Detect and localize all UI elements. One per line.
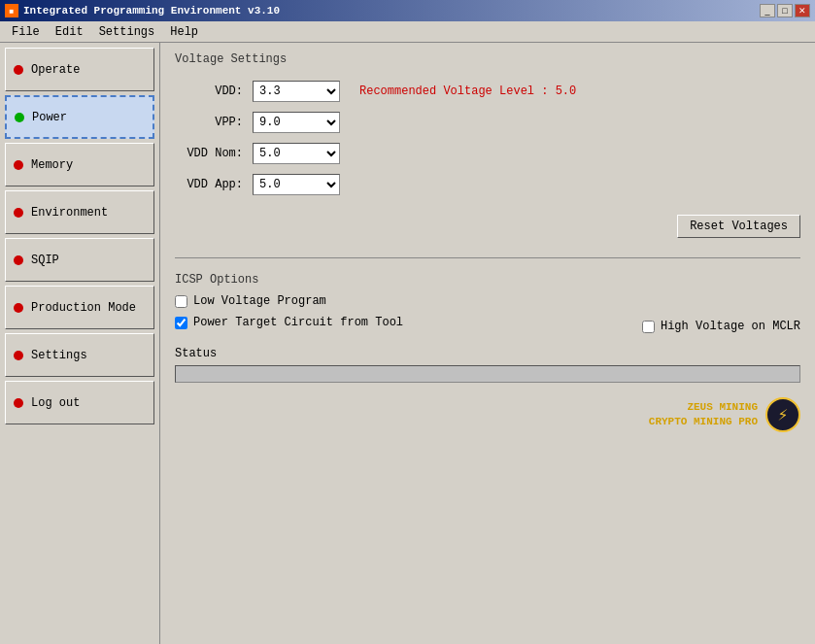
title-bar: ■ Integrated Programming Environment v3.…: [0, 0, 815, 21]
production-mode-status-dot: [14, 303, 23, 313]
minimize-button[interactable]: _: [760, 4, 775, 17]
brand-line1: ZEUS MINING: [649, 400, 758, 415]
menu-bar: File Edit Settings Help: [0, 21, 815, 43]
vdd-row: VDD: 3.3 5.0 1.8 2.5 Recommended Voltage…: [175, 81, 800, 102]
footer-branding: ZEUS MINING CRYPTO MINING PRO ⚡: [175, 397, 800, 432]
main-layout: Operate Power Memory Environment SQIP Pr…: [0, 43, 815, 644]
vpp-row: VPP: 9.0 12.0 13.0: [175, 112, 800, 133]
sidebar-item-operate-label: Operate: [31, 63, 80, 77]
sidebar-item-settings[interactable]: Settings: [5, 333, 154, 377]
window-title: Integrated Programming Environment v3.10: [23, 5, 280, 17]
close-button[interactable]: ✕: [795, 4, 810, 17]
icsp-options-section: ICSP Options Low Voltage Program Power T…: [175, 273, 800, 337]
sidebar-item-environment-label: Environment: [31, 206, 108, 220]
menu-help[interactable]: Help: [162, 23, 206, 41]
sidebar-item-sqip-label: SQIP: [31, 254, 59, 267]
title-controls: _ □ ✕: [760, 4, 810, 17]
high-voltage-mclr-row: High Voltage on MCLR: [642, 320, 800, 333]
status-bar: [175, 365, 800, 383]
sidebar-item-log-out[interactable]: Log out: [5, 381, 154, 424]
sidebar-item-log-out-label: Log out: [31, 396, 80, 410]
sidebar-item-memory[interactable]: Memory: [5, 143, 154, 186]
power-target-checkbox-row: Power Target Circuit from Tool: [175, 316, 403, 329]
settings-status-dot: [14, 351, 23, 360]
sidebar-item-power[interactable]: Power: [5, 95, 154, 139]
recommended-voltage-text: Recommended Voltage Level : 5.0: [359, 85, 576, 98]
menu-file[interactable]: File: [4, 23, 48, 41]
power-target-checkbox[interactable]: [175, 317, 187, 329]
content-area: Voltage Settings VDD: 3.3 5.0 1.8 2.5 Re…: [160, 43, 815, 644]
vdd-app-label: VDD App:: [175, 178, 253, 191]
sidebar-item-environment[interactable]: Environment: [5, 190, 154, 234]
reset-voltages-button[interactable]: Reset Voltages: [677, 215, 800, 238]
power-status-dot: [15, 113, 24, 122]
low-voltage-program-row: Low Voltage Program: [175, 294, 800, 308]
brand-logo-symbol: ⚡: [778, 404, 789, 425]
voltage-settings-title: Voltage Settings: [175, 52, 800, 66]
sidebar-item-settings-label: Settings: [31, 349, 87, 362]
high-voltage-mclr-checkbox[interactable]: [642, 321, 655, 333]
sidebar: Operate Power Memory Environment SQIP Pr…: [0, 43, 160, 644]
sidebar-item-power-label: Power: [32, 111, 67, 124]
vdd-app-select[interactable]: 5.0 3.3 1.8: [253, 174, 340, 195]
brand-logo: ⚡: [765, 397, 800, 432]
vdd-nom-select[interactable]: 5.0 3.3 1.8: [253, 143, 340, 164]
divider: [175, 257, 800, 258]
menu-settings[interactable]: Settings: [91, 23, 163, 41]
sidebar-item-operate[interactable]: Operate: [5, 48, 154, 91]
vdd-nom-label: VDD Nom:: [175, 147, 253, 160]
memory-status-dot: [14, 160, 23, 170]
power-target-row: Power Target Circuit from Tool High Volt…: [175, 316, 800, 337]
vdd-app-row: VDD App: 5.0 3.3 1.8: [175, 174, 800, 195]
status-section: Status: [175, 347, 800, 383]
low-voltage-checkbox[interactable]: [175, 295, 187, 308]
power-target-label: Power Target Circuit from Tool: [193, 316, 403, 329]
low-voltage-label: Low Voltage Program: [193, 294, 326, 308]
vdd-nom-row: VDD Nom: 5.0 3.3 1.8: [175, 143, 800, 164]
log-out-status-dot: [14, 398, 23, 408]
voltage-settings-section: Voltage Settings VDD: 3.3 5.0 1.8 2.5 Re…: [175, 52, 800, 238]
vdd-select[interactable]: 3.3 5.0 1.8 2.5: [253, 81, 340, 102]
operate-status-dot: [14, 65, 23, 75]
sidebar-item-memory-label: Memory: [31, 158, 73, 172]
sqip-status-dot: [14, 255, 23, 265]
icsp-options-title: ICSP Options: [175, 273, 800, 287]
vpp-label: VPP:: [175, 116, 253, 129]
high-voltage-mclr-label: High Voltage on MCLR: [661, 320, 800, 333]
brand-line2: CRYPTO MINING PRO: [649, 415, 758, 429]
app-icon: ■: [5, 4, 18, 17]
reset-btn-container: Reset Voltages: [175, 215, 800, 238]
vpp-select[interactable]: 9.0 12.0 13.0: [253, 112, 340, 133]
brand-text: ZEUS MINING CRYPTO MINING PRO: [649, 400, 758, 430]
environment-status-dot: [14, 208, 23, 218]
sidebar-item-sqip[interactable]: SQIP: [5, 238, 154, 282]
vdd-label: VDD:: [175, 85, 253, 98]
maximize-button[interactable]: □: [777, 4, 793, 17]
sidebar-item-production-mode-label: Production Mode: [31, 301, 136, 315]
title-bar-left: ■ Integrated Programming Environment v3.…: [5, 4, 280, 17]
menu-edit[interactable]: Edit: [48, 23, 91, 41]
sidebar-item-production-mode[interactable]: Production Mode: [5, 286, 154, 329]
status-title: Status: [175, 347, 800, 360]
